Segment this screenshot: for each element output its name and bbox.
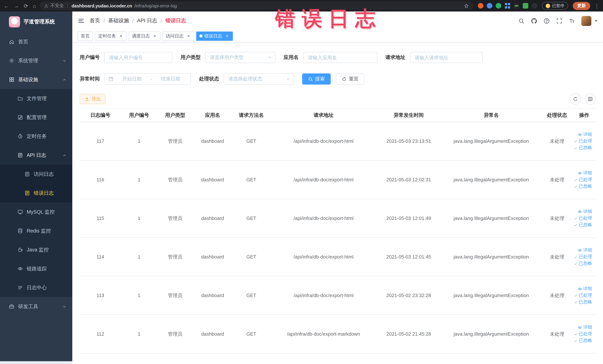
paused-badge[interactable]: 已暂停 xyxy=(542,2,568,10)
home-icon[interactable]: ⌂ xyxy=(33,3,36,8)
action-ignored[interactable]: 已忽略 xyxy=(574,183,592,190)
on-ext-icon[interactable]: on xyxy=(513,3,519,9)
sidebar-scrollbar[interactable] xyxy=(0,361,72,364)
action-processed[interactable]: 已处理 xyxy=(574,254,592,260)
url-path: /infra/log/api-error-log xyxy=(134,3,177,8)
sidebar-item-log-center[interactable]: 日志中心 xyxy=(0,278,72,297)
update-button[interactable]: 更新 xyxy=(573,2,590,10)
breadcrumb-item[interactable]: 首页 xyxy=(90,17,100,24)
start-date-placeholder: 开始日期 xyxy=(116,76,148,82)
sidebar-item-home[interactable]: 首页 xyxy=(0,32,72,51)
close-icon[interactable]: × xyxy=(152,34,157,38)
cell-user_id: 1 xyxy=(121,237,157,276)
back-icon[interactable]: ← xyxy=(4,3,9,8)
action-detail[interactable]: 详细 xyxy=(574,131,592,138)
tab-schedule-log[interactable]: 调度日志× xyxy=(129,31,161,41)
sidebar-item-label: 文件管理 xyxy=(27,95,47,102)
sidebar-item-system-mgmt[interactable]: 系统管理 xyxy=(0,51,72,70)
action-ignored[interactable]: 已忽略 xyxy=(574,299,592,305)
action-detail[interactable]: 详细 xyxy=(574,285,592,292)
sidebar-item-dev-tools[interactable]: 研发工具 xyxy=(0,297,72,316)
tab-error-log[interactable]: 错误日志× xyxy=(196,31,233,41)
user-id-input[interactable] xyxy=(104,52,172,63)
action-ignored[interactable]: 已忽略 xyxy=(574,260,592,267)
cell-status: 未处理 xyxy=(542,237,573,276)
columns-button[interactable] xyxy=(585,94,596,105)
request-url-input[interactable] xyxy=(410,52,483,63)
leaf-ext-icon[interactable] xyxy=(523,3,528,9)
breadcrumb-item[interactable]: API 日志 xyxy=(137,17,157,24)
green-ext-icon[interactable] xyxy=(496,3,501,9)
sidebar-item-config-mgmt[interactable]: 配置管理 xyxy=(0,108,72,127)
breadcrumb-item[interactable]: 基础设施 xyxy=(108,17,129,24)
tab-home[interactable]: 首页 xyxy=(78,31,93,41)
action-ignored[interactable]: 已忽略 xyxy=(574,144,592,151)
reset-button[interactable]: 重置 xyxy=(336,73,364,84)
user-type-select[interactable]: 请选择用户类型 xyxy=(205,52,276,63)
hamburger-icon[interactable] xyxy=(78,17,84,24)
search-icon[interactable] xyxy=(518,18,525,24)
font-size-icon[interactable] xyxy=(569,18,575,24)
action-processed[interactable]: 已处理 xyxy=(574,176,592,183)
close-icon[interactable]: × xyxy=(119,34,123,38)
user-type-placeholder: 请选择用户类型 xyxy=(210,54,244,61)
sidebar-item-access-log[interactable]: 访问日志 xyxy=(0,165,72,184)
reload-icon[interactable]: ⟳ xyxy=(24,3,28,8)
forward-icon[interactable]: → xyxy=(14,3,19,8)
blue-ext-icon[interactable] xyxy=(487,3,492,9)
sidebar-item-file-mgmt[interactable]: 文件管理 xyxy=(0,89,72,108)
refresh-button[interactable] xyxy=(570,94,581,105)
orange-ext-icon[interactable] xyxy=(478,3,483,9)
export-button[interactable]: 导出 xyxy=(80,94,106,104)
action-detail[interactable]: 详细 xyxy=(574,208,592,215)
cell-app: dashboard xyxy=(193,237,232,276)
caret-down-icon[interactable] xyxy=(595,20,598,22)
exception-time-range-picker[interactable]: 开始日期 - 结束日期 xyxy=(104,73,191,84)
cell-app: dashboard xyxy=(193,315,232,353)
fullscreen-icon[interactable] xyxy=(556,18,562,24)
sidebar-item-java-monitor[interactable]: Java 监控 xyxy=(0,240,72,259)
address-bar[interactable]: ⚠ 不安全 dashboard.yudao.iocoder.cn /infra/… xyxy=(40,1,474,10)
sidebar-item-api-logs[interactable]: API 日志 xyxy=(0,146,72,165)
check-icon xyxy=(574,261,578,266)
app-logo[interactable]: 芋道管理系统 xyxy=(0,12,72,32)
end-date-placeholder: 结束日期 xyxy=(154,76,187,82)
action-detail[interactable]: 详细 xyxy=(574,247,592,254)
security-label: 不安全 xyxy=(50,3,64,9)
cell-user_id: 1 xyxy=(121,315,157,353)
close-icon[interactable]: × xyxy=(225,34,230,38)
sidebar-item-scheduled-tasks[interactable]: 定时任务 xyxy=(0,127,72,146)
grid-ext-icon[interactable] xyxy=(505,3,510,9)
process-status-select[interactable]: 请选择处理状态 xyxy=(223,73,294,84)
sidebar-item-error-log[interactable]: 错误日志 xyxy=(0,184,72,202)
address-divider xyxy=(68,3,68,8)
tab-access-log[interactable]: 访问日志× xyxy=(162,31,194,41)
action-detail[interactable]: 详细 xyxy=(574,324,592,331)
browser-menu-icon[interactable]: ⋮ xyxy=(594,3,600,9)
action-processed[interactable]: 已处理 xyxy=(574,331,592,337)
app-name-input[interactable] xyxy=(303,52,377,63)
sidebar-item-redis-monitor[interactable]: Redis 监控 xyxy=(0,221,72,240)
sidebar-item-link-tracing[interactable]: 链路追踪 xyxy=(0,259,72,278)
action-processed[interactable]: 已处理 xyxy=(574,215,592,222)
dark-ext-icon[interactable] xyxy=(532,3,537,9)
action-processed[interactable]: 已处理 xyxy=(574,138,592,144)
search-button[interactable]: 搜索 xyxy=(302,73,331,84)
database-icon xyxy=(17,228,23,234)
tab-scheduled-tasks[interactable]: 定时任务× xyxy=(95,31,127,41)
close-icon[interactable]: × xyxy=(186,34,191,38)
refresh-icon xyxy=(342,77,347,82)
action-processed[interactable]: 已处理 xyxy=(574,292,592,299)
action-detail[interactable]: 详细 xyxy=(574,170,592,176)
help-icon[interactable] xyxy=(544,18,550,24)
avatar[interactable] xyxy=(581,16,591,26)
github-icon[interactable] xyxy=(531,18,537,24)
action-ignored[interactable]: 已忽略 xyxy=(574,222,592,228)
active-tab-dot xyxy=(199,35,202,37)
eye-icon xyxy=(578,325,582,329)
action-ignored[interactable]: 已忽略 xyxy=(574,337,592,344)
sidebar-item-infrastructure[interactable]: 基础设施 xyxy=(0,70,72,89)
cell-status: 未处理 xyxy=(542,276,573,315)
bookmark-star-icon[interactable] xyxy=(464,3,469,8)
sidebar-item-mysql-monitor[interactable]: MySQL 监控 xyxy=(0,202,72,221)
